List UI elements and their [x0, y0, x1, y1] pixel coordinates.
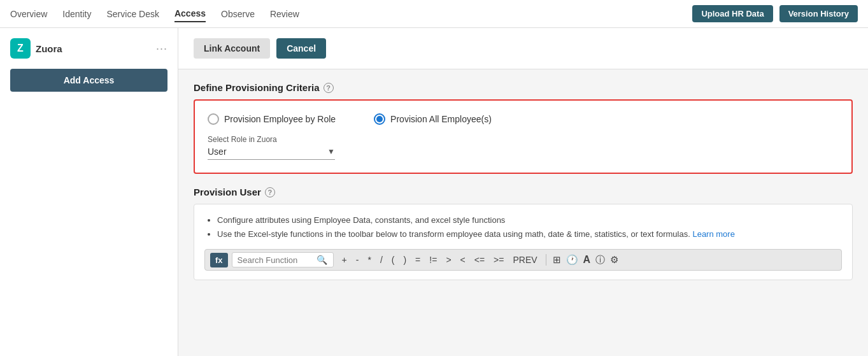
search-function-input[interactable]: [238, 255, 314, 265]
provision-by-role-label: Provision Employee by Role: [224, 114, 336, 124]
op-greater-equals[interactable]: >=: [492, 253, 506, 266]
sidebar: Z Zuora ··· Add Access: [0, 28, 178, 356]
link-account-bar: Link Account Cancel: [178, 28, 868, 69]
provision-all-radio[interactable]: [374, 113, 385, 125]
top-navigation: Overview Identity Service Desk Access Ob…: [0, 0, 868, 28]
op-prev[interactable]: PREV: [511, 253, 539, 266]
nav-observe[interactable]: Observe: [221, 6, 255, 22]
nav-action-buttons: Upload HR Data Version History: [692, 5, 858, 22]
brand-name: Zuora: [36, 43, 62, 54]
radio-options-row: Provision Employee by Role Provision All…: [208, 113, 839, 125]
search-icon: 🔍: [317, 255, 327, 265]
op-not-equals[interactable]: !=: [427, 253, 439, 266]
dropdown-arrow-icon: ▼: [327, 147, 335, 156]
formula-toolbar: fx 🔍 + - * / ( ) =: [204, 249, 842, 271]
provision-user-box: Configure attributes using Employee Data…: [194, 204, 853, 280]
nav-identity[interactable]: Identity: [62, 6, 91, 22]
main-layout: Z Zuora ··· Add Access Link Account Canc…: [0, 28, 868, 356]
toolbar-operators: + - * / ( ) = != > < <= >= PREV: [340, 253, 619, 266]
criteria-section-title: Define Provisioning Criteria ?: [194, 82, 853, 93]
provision-bullets: Configure attributes using Employee Data…: [204, 213, 842, 241]
op-divide[interactable]: /: [378, 253, 385, 266]
sidebar-header: Z Zuora ···: [10, 38, 167, 59]
zuora-logo-icon: Z: [10, 38, 31, 59]
provision-all-label: Provision All Employee(s): [390, 114, 492, 124]
nav-access[interactable]: Access: [174, 6, 206, 22]
op-close-paren[interactable]: ): [401, 253, 408, 266]
provision-user-help-icon[interactable]: ?: [265, 187, 275, 197]
provision-bullet-2: Use the Excel-style functions in the too…: [217, 227, 842, 241]
provision-by-role-option[interactable]: Provision Employee by Role: [208, 113, 336, 125]
role-select-area: Select Role in Zuora User ▼: [208, 135, 839, 160]
provision-bullet-1: Configure attributes using Employee Data…: [217, 213, 842, 227]
search-function-wrapper: 🔍: [232, 252, 334, 267]
op-minus[interactable]: -: [354, 253, 361, 266]
op-equals[interactable]: =: [413, 253, 422, 266]
font-a-icon[interactable]: A: [583, 254, 591, 266]
select-role-label: Select Role in Zuora: [208, 135, 839, 144]
nav-overview[interactable]: Overview: [10, 6, 47, 22]
nav-service-desk[interactable]: Service Desk: [107, 6, 159, 22]
provision-user-title: Provision User ?: [194, 187, 853, 197]
op-multiply[interactable]: *: [366, 253, 373, 266]
criteria-help-icon[interactable]: ?: [324, 83, 334, 93]
sections-wrapper: Define Provisioning Criteria ? Provision…: [178, 69, 868, 293]
criteria-box: Provision Employee by Role Provision All…: [194, 99, 853, 174]
op-greater[interactable]: >: [444, 253, 453, 266]
learn-more-link[interactable]: Learn more: [692, 229, 734, 239]
info-icon[interactable]: ⓘ: [595, 254, 605, 266]
cancel-button[interactable]: Cancel: [276, 38, 326, 59]
provision-user-section: Provision User ? Configure attributes us…: [194, 187, 853, 280]
brand: Z Zuora: [10, 38, 62, 59]
op-open-paren[interactable]: (: [390, 253, 397, 266]
more-options-icon[interactable]: ···: [156, 42, 167, 55]
settings-icon[interactable]: ⚙: [610, 254, 618, 266]
add-access-button[interactable]: Add Access: [10, 69, 167, 92]
selected-role-value: User: [208, 146, 327, 157]
grid-icon[interactable]: ⊞: [553, 254, 561, 266]
op-plus[interactable]: +: [340, 253, 349, 266]
main-content: Link Account Cancel Define Provisioning …: [178, 28, 868, 356]
provision-all-employees-option[interactable]: Provision All Employee(s): [374, 113, 492, 125]
upload-hr-data-button[interactable]: Upload HR Data: [692, 5, 772, 22]
toolbar-divider: [546, 254, 546, 266]
nav-review[interactable]: Review: [270, 6, 299, 22]
role-dropdown[interactable]: User ▼: [208, 146, 335, 160]
fx-badge: fx: [210, 253, 228, 267]
version-history-button[interactable]: Version History: [779, 5, 858, 22]
link-account-button[interactable]: Link Account: [194, 38, 270, 59]
clock-icon[interactable]: 🕐: [566, 254, 578, 266]
provision-by-role-radio[interactable]: [208, 113, 219, 125]
op-less[interactable]: <: [459, 253, 467, 266]
define-criteria-section: Define Provisioning Criteria ? Provision…: [194, 82, 853, 174]
nav-items: Overview Identity Service Desk Access Ob…: [10, 6, 299, 22]
op-less-equals[interactable]: <=: [473, 253, 487, 266]
